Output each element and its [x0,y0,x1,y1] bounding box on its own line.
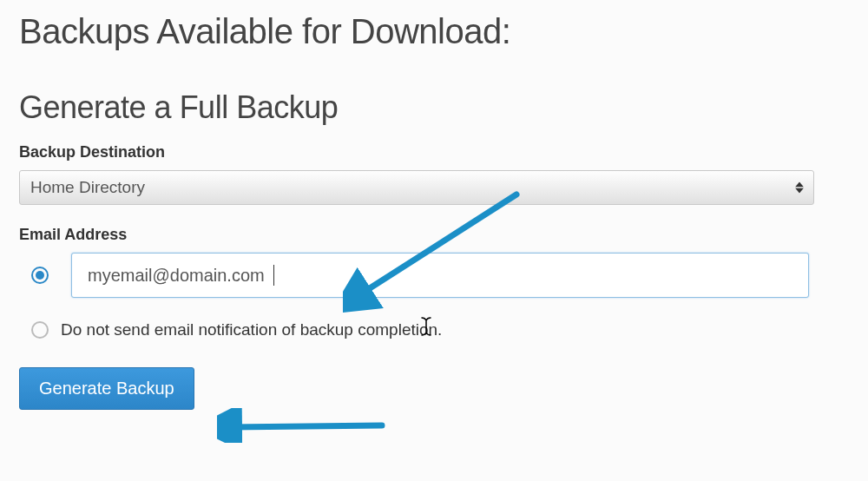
svg-line-5 [230,425,382,427]
email-radio-selected[interactable] [31,267,49,284]
annotation-arrow-icon [217,408,391,443]
backup-destination-select[interactable]: Home Directory [19,170,814,205]
backup-destination-value[interactable]: Home Directory [19,170,814,205]
radio-dot-icon [36,271,44,280]
text-caret [273,265,274,286]
email-address-label: Email Address [19,226,849,244]
no-email-radio[interactable] [31,321,49,339]
generate-backup-button[interactable]: Generate Backup [19,367,194,410]
section-title: Generate a Full Backup [19,89,849,126]
backup-destination-label: Backup Destination [19,143,849,161]
page-title: Backups Available for Download: [19,12,849,51]
no-email-label: Do not send email notification of backup… [61,320,442,339]
email-address-input[interactable] [71,253,809,298]
